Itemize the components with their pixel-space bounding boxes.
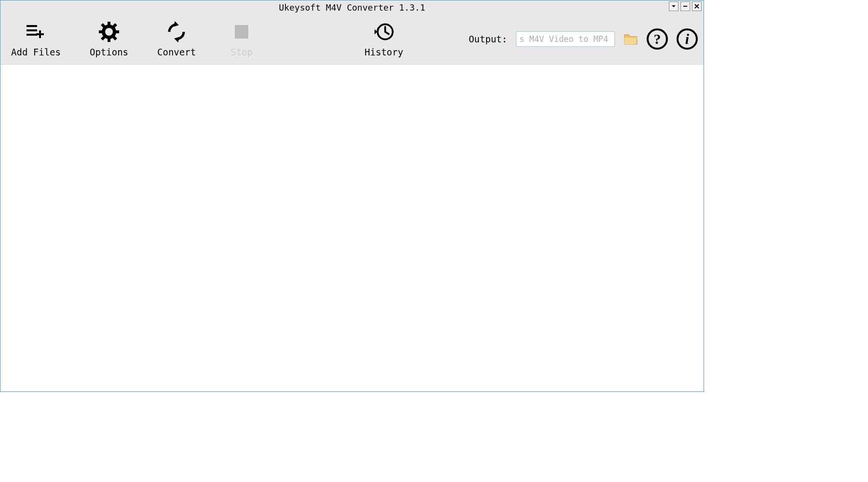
menu-button[interactable] xyxy=(669,1,678,11)
svg-rect-8 xyxy=(99,30,103,33)
minimize-button[interactable] xyxy=(680,1,690,11)
info-button[interactable]: i xyxy=(677,28,698,50)
stop-button: Stop xyxy=(225,21,258,57)
titlebar: Ukeysoft M4V Converter 1.3.1 xyxy=(0,0,704,14)
help-icon: ? xyxy=(654,31,661,47)
add-files-icon xyxy=(25,21,47,43)
svg-rect-7 xyxy=(108,38,110,42)
history-label: History xyxy=(365,47,403,57)
options-label: Options xyxy=(90,47,128,57)
info-icon: i xyxy=(685,31,689,47)
history-icon xyxy=(373,21,395,43)
svg-rect-9 xyxy=(115,30,119,33)
history-button[interactable]: History xyxy=(365,21,403,57)
window-controls xyxy=(669,1,702,11)
output-path-value: s M4V Video to MP4 xyxy=(519,34,608,44)
add-files-button[interactable]: Add Files xyxy=(11,21,61,57)
output-path-field[interactable]: s M4V Video to MP4 xyxy=(516,31,615,47)
add-files-label: Add Files xyxy=(11,47,61,57)
browse-folder-button[interactable] xyxy=(624,33,638,45)
stop-label: Stop xyxy=(231,47,253,57)
window-title: Ukeysoft M4V Converter 1.3.1 xyxy=(279,2,425,13)
close-button[interactable] xyxy=(692,1,702,11)
output-label: Output: xyxy=(469,34,507,44)
sync-icon xyxy=(165,21,188,43)
toolbar: Add Files Opti xyxy=(0,14,704,65)
svg-rect-5 xyxy=(36,33,44,35)
svg-rect-0 xyxy=(683,6,687,7)
convert-label: Convert xyxy=(157,47,196,57)
gear-icon xyxy=(98,21,120,43)
svg-rect-1 xyxy=(27,25,37,27)
convert-button[interactable]: Convert xyxy=(157,21,196,57)
help-button[interactable]: ? xyxy=(647,28,668,50)
stop-icon xyxy=(231,21,253,43)
options-button[interactable]: Options xyxy=(90,21,128,57)
content-area xyxy=(0,65,704,391)
svg-rect-6 xyxy=(108,22,110,26)
svg-rect-2 xyxy=(27,29,37,31)
svg-rect-3 xyxy=(27,34,37,36)
